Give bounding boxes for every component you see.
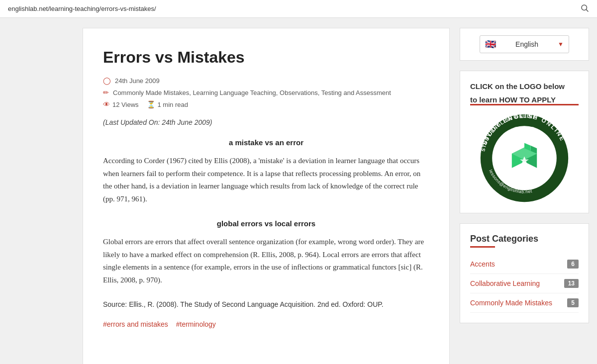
categories-red-divider <box>470 246 495 248</box>
tag-2[interactable]: #terminology <box>176 320 216 329</box>
logo-red-divider <box>470 104 579 105</box>
category-item[interactable]: Accents6 <box>470 255 579 274</box>
category-item[interactable]: Commonly Made Mistakes5 <box>470 293 579 313</box>
article-body-2: Global errors are errors that affect ove… <box>103 236 429 286</box>
tag-1-link[interactable]: #errors and mistakes <box>103 320 168 328</box>
article-categories: Commonly Made Mistakes, Learning Languag… <box>113 89 391 96</box>
source-line: Source: Ellis., R. (2008). The Study of … <box>103 300 429 308</box>
meta-views-row: 👁 12 Views ⏳ 1 min read <box>103 100 429 108</box>
article-title: Errors vs Mistakes <box>103 48 429 67</box>
tags-row: #errors and mistakes #terminology <box>103 320 429 329</box>
article-read-time: 1 min read <box>158 101 188 108</box>
page-wrapper: Errors vs Mistakes ◯ 24th June 2009 ✏ Co… <box>0 18 597 364</box>
svg-line-1 <box>586 9 588 11</box>
post-categories-section: Post Categories Accents6Collaborative Le… <box>460 223 589 323</box>
read-item: ⏳ 1 min read <box>147 100 188 108</box>
tag-1[interactable]: #errors and mistakes <box>103 320 168 329</box>
main-content: Errors vs Mistakes ◯ 24th June 2009 ✏ Co… <box>83 28 450 364</box>
language-dropdown[interactable]: 🇬🇧 English ▼ <box>480 35 569 53</box>
categories-list: Accents6Collaborative Learning13Commonly… <box>470 255 579 313</box>
search-icon[interactable] <box>580 3 589 14</box>
flag-icon: 🇬🇧 <box>485 39 496 50</box>
eye-icon: 👁 <box>103 100 110 108</box>
views-item: 👁 12 Views <box>103 100 139 108</box>
language-selector-box: 🇬🇧 English ▼ <box>460 28 589 61</box>
top-bar: englishlab.net/learning-teaching/errors-… <box>0 0 597 18</box>
dropdown-arrow-icon: ▼ <box>558 41 564 48</box>
category-link[interactable]: Accents <box>470 260 495 268</box>
category-link[interactable]: Collaborative Learning <box>470 279 540 287</box>
category-count: 13 <box>564 279 579 288</box>
tag-2-link[interactable]: #terminology <box>176 320 216 328</box>
svg-point-0 <box>582 5 587 10</box>
article-views: 12 Views <box>112 101 139 108</box>
clock-icon: ◯ <box>103 77 111 85</box>
category-item[interactable]: Collaborative Learning13 <box>470 274 579 293</box>
study-english-logo[interactable]: STUDY ENGLISH ONLINE STUDY ENGLISH ONLIN… <box>480 113 569 203</box>
logo-section: CLICK on the LOGO below to learn HOW TO … <box>460 71 589 213</box>
post-categories-title: Post Categories <box>470 234 579 244</box>
source-text: Source: Ellis., R. (2008). The Study of … <box>103 300 384 308</box>
category-count: 5 <box>567 298 579 307</box>
meta-date-row: ◯ 24th June 2009 <box>103 77 429 85</box>
logo-cta-line1: CLICK on the LOGO below <box>470 81 579 91</box>
logo-cta-line2: to learn HOW TO APPLY <box>470 95 579 104</box>
last-updated: (Last Updated On: 24th June 2009) <box>103 118 429 126</box>
sidebar: 🇬🇧 English ▼ CLICK on the LOGO below to … <box>460 28 589 323</box>
article-body-1: According to Corder (1967) cited by Elli… <box>103 155 429 205</box>
section-heading-1: a mistake vs an error <box>103 138 429 147</box>
section-heading-2: global errors vs local errors <box>103 219 429 228</box>
hourglass-icon: ⏳ <box>147 100 155 108</box>
meta-categories-row: ✏ Commonly Made Mistakes, Learning Langu… <box>103 89 429 96</box>
category-link[interactable]: Commonly Made Mistakes <box>470 299 552 307</box>
url-bar: englishlab.net/learning-teaching/errors-… <box>8 5 156 12</box>
tag-icon: ✏ <box>103 89 109 96</box>
language-label: English <box>515 40 538 48</box>
article-date: 24th June 2009 <box>115 77 160 85</box>
category-count: 6 <box>567 260 579 269</box>
